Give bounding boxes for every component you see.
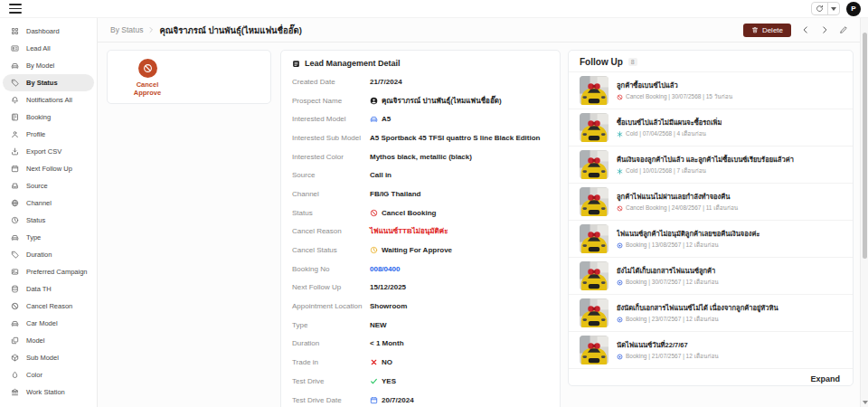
detail-field-value: 21/7/2024 (370, 78, 402, 86)
sidebar-item-lead-all[interactable]: Lead All (3, 40, 94, 57)
sidebar-item-label: Profile (26, 130, 45, 138)
booking-no-link[interactable]: 008/0400 (370, 265, 400, 273)
detail-field-row: Trade in NO (292, 353, 549, 372)
scrollbar-thumb[interactable] (863, 33, 867, 259)
car-photo-thumbnail (580, 224, 609, 253)
window-scrollbar[interactable] (860, 18, 868, 407)
detail-field-label: Cancel Status (292, 246, 370, 254)
follow-up-item[interactable]: ยังไม่ได้เก็บเอกสารไฟแนนซ์ลูกค้า Booking… (569, 257, 853, 294)
detail-field-value: 20/7/2024 (370, 396, 414, 404)
detail-field-label: Next Follow Up (292, 283, 370, 291)
detail-field-value: NO (370, 358, 392, 366)
hamburger-menu-icon[interactable] (9, 4, 22, 14)
sidebar-item-label: Export CSV (26, 147, 61, 156)
breadcrumb-parent-link[interactable]: By Status (110, 25, 143, 34)
sidebar-item-cancel-reason[interactable]: Cancel Reason (3, 298, 94, 315)
ban-status-icon (617, 205, 623, 212)
cancel-approve-label-line1: Cancel (134, 80, 161, 89)
image-icon (11, 268, 19, 276)
db-icon (11, 285, 19, 293)
sidebar-item-booking[interactable]: Booking (3, 109, 94, 126)
inbox-icon (11, 182, 19, 190)
detail-field-label: Cancel Reason (292, 227, 370, 235)
breadcrumb-current: คุณจิราภรณ์ ปานพันธุ์(ไหมแฟนชื่ออั๊ด) (159, 24, 301, 37)
follow-up-item-title: นัดไฟแนนซ์วันที่22/7/67 (617, 339, 719, 350)
detail-field-label: Interested Color (292, 153, 370, 161)
sidebar-item-notifications-all[interactable]: Notifications All (3, 91, 94, 109)
follow-up-item[interactable]: คืนเงินจองลูกค้าไปแล้ว และลูกค้าไม่ซื้อเ… (569, 146, 853, 183)
prev-record-icon[interactable] (801, 25, 810, 34)
sidebar-item-data-th[interactable]: Data TH (3, 280, 94, 298)
follow-up-item-meta: Cancel Booking | 24/08/2567 | 11 เดือนก่… (617, 204, 738, 213)
detail-field-label: Channel (292, 190, 370, 198)
bank-icon (11, 388, 19, 396)
detail-field-value: FB/IG Thailand (370, 190, 420, 198)
sidebar-item-preferred-campaign[interactable]: Preferred Campaign (3, 263, 94, 280)
scrollbar-down-arrow[interactable] (863, 401, 868, 404)
follow-up-count-badge: 8 (628, 58, 637, 66)
sidebar-item-work-station[interactable]: Work Station (3, 383, 94, 401)
dot-status-icon (617, 317, 623, 323)
detail-field-row: Interested Sub Model A5 Sportback 45 TFS… (292, 128, 549, 147)
follow-up-item[interactable]: ลูกค้าซื้อเบนซ์ไปแล้ว Cancel Booking | 3… (569, 71, 853, 109)
sidebar-item-label: Booking (26, 113, 51, 121)
snow-status-icon (617, 168, 623, 175)
detail-field-row: Channel FB/IG Thailand (292, 185, 549, 204)
sidebar-item-status[interactable]: Status (3, 212, 94, 229)
expand-link[interactable]: Expand (810, 374, 840, 383)
tag-icon (11, 251, 19, 259)
sidebar-item-by-status[interactable]: By Status (3, 74, 94, 91)
detail-field-value: A5 (370, 115, 391, 123)
follow-up-item[interactable]: ไฟแนนซ์ลูกค้าไม่อนุมัติลูกค้าเลยขอคืนเงิ… (569, 220, 853, 257)
dot-status-icon (617, 242, 623, 249)
sidebar-item-type[interactable]: Type (3, 229, 94, 246)
cancel-approve-icon (138, 59, 157, 78)
sidebar-item-duration[interactable]: Duration (3, 246, 94, 263)
follow-up-item[interactable]: ลูกค้าไฟแนนไม่ผ่านเลยกำลังทำจองคืน Cance… (569, 183, 853, 220)
follow-up-item-title: ไฟแนนซ์ลูกค้าไม่อนุมัติลูกค้าเลยขอคืนเงิ… (617, 228, 760, 239)
sidebar-item-dashboard[interactable]: Dashboard (3, 23, 94, 40)
detail-field-row: Booking No 008/0400 (292, 260, 549, 279)
detail-field-value: Cancel Booking (370, 209, 436, 217)
follow-up-item-meta: Cold | 10/01/2568 | 7 เดือนก่อน (617, 166, 794, 175)
sidebar-item-model[interactable]: Model (3, 332, 94, 349)
sidebar-item-color[interactable]: Color (3, 366, 94, 383)
follow-up-item[interactable]: นัดไฟแนนซ์วันที่22/7/67 Booking | 21/07/… (569, 331, 853, 368)
sidebar-item-next-follow-up[interactable]: Next Follow Up (3, 160, 94, 177)
sidebar-item-export-csv[interactable]: Export CSV (3, 143, 94, 160)
detail-field-label: Created Date (292, 78, 370, 86)
next-record-icon[interactable] (820, 25, 829, 34)
sidebar-item-label: Channel (26, 199, 52, 207)
sidebar-item-car-model[interactable]: Car Model (3, 315, 94, 332)
breadcrumb: By Status คุณจิราภรณ์ ปานพันธุ์(ไหมแฟนชื… (98, 18, 868, 43)
sync-button-group (811, 2, 840, 15)
user-avatar[interactable]: P (846, 2, 861, 16)
dropdown-caret-icon[interactable] (827, 3, 839, 14)
sidebar-item-label: By Model (26, 62, 54, 70)
dot-status-icon (617, 279, 623, 286)
refresh-icon[interactable] (812, 3, 827, 14)
follow-up-item[interactable]: ซื้อเบนซ์ไปแล้วไม่มีแผนจะซื้อรถเพิ่ม Col… (569, 109, 853, 146)
sidebar-item-profile[interactable]: Profile (3, 126, 94, 143)
sidebar-item-by-model[interactable]: By Model (3, 57, 94, 74)
detail-field-row: Test Drive YES (292, 372, 549, 391)
sidebar-item-label: Data TH (26, 285, 52, 293)
detail-field-row: Test Drive Date 20/7/2024 (292, 391, 549, 407)
detail-field-value: คุณจิราภรณ์ ปานพันธุ์(ไหมแฟนชื่ออั๊ด) (370, 95, 502, 107)
delete-button[interactable]: Delete (743, 24, 791, 37)
sidebar-item-source[interactable]: Source (3, 177, 94, 194)
car-icon (11, 319, 19, 327)
detail-field-row: Status Cancel Booking (292, 204, 549, 222)
sidebar-item-sub-model[interactable]: Sub Model (3, 349, 94, 366)
follow-up-item[interactable]: ยังนัดเก็บเอกสารไฟแนนซ์ไม่ได้ เนื่องจากล… (569, 294, 853, 331)
sidebar-item-label: Type (26, 233, 41, 241)
car-photo-thumbnail (580, 187, 609, 216)
car-photo-thumbnail (580, 298, 609, 327)
edit-pen-icon[interactable] (839, 25, 848, 34)
follow-up-item-title: คืนเงินจองลูกค้าไปแล้ว และลูกค้าไม่ซื้อเ… (617, 154, 794, 165)
detail-field-label: Source (292, 171, 370, 179)
sidebar-item-channel[interactable]: Channel (3, 194, 94, 212)
export-icon (11, 147, 19, 156)
detail-field-row: Created Date 21/7/2024 (292, 72, 549, 91)
calendar-icon (11, 165, 19, 173)
